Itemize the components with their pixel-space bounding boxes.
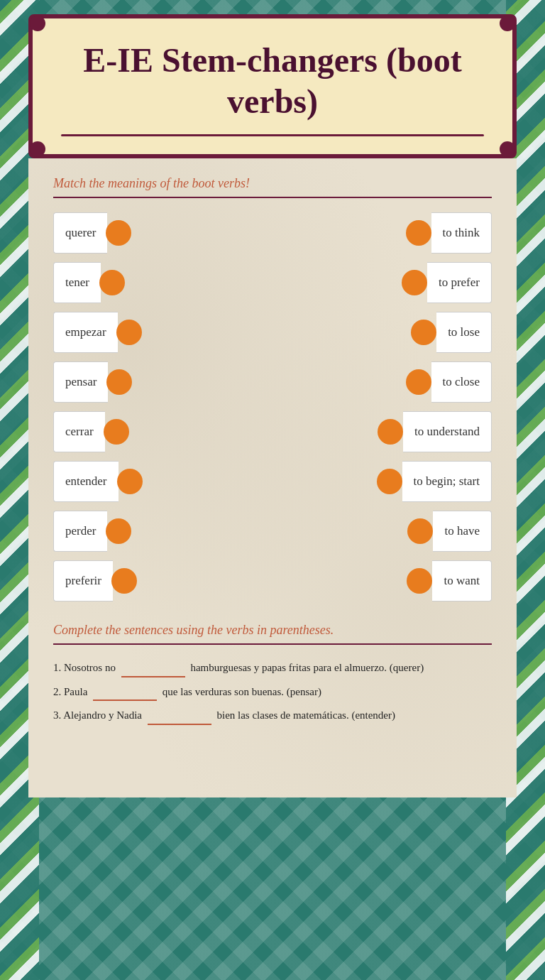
right-col-8: to want bbox=[407, 560, 492, 601]
left-col-2: tener bbox=[53, 262, 123, 303]
match-box-to-want[interactable]: to want bbox=[432, 560, 492, 601]
section1-header: Match the meanings of the boot verbs! bbox=[53, 176, 492, 198]
english-label-to-think: to think bbox=[443, 226, 480, 240]
english-label-to-close: to close bbox=[443, 375, 480, 389]
dot-left-5[interactable] bbox=[104, 419, 129, 445]
match-box-to-lose[interactable]: to lose bbox=[436, 312, 492, 353]
spanish-label-cerrar: cerrar bbox=[65, 425, 94, 439]
match-row-4: pensar to close bbox=[53, 361, 492, 403]
blank-3[interactable] bbox=[148, 712, 211, 725]
corner-decoration-bl bbox=[30, 141, 45, 157]
title-underline bbox=[61, 134, 484, 136]
dot-right-4[interactable] bbox=[406, 369, 431, 395]
right-col-3: to lose bbox=[411, 312, 492, 353]
section1-title: Match the meanings of the boot verbs! bbox=[53, 176, 492, 191]
match-box-to-begin[interactable]: to begin; start bbox=[402, 461, 492, 502]
match-box-cerrar[interactable]: cerrar bbox=[53, 411, 105, 452]
left-col-6: entender bbox=[53, 461, 141, 502]
match-box-to-prefer[interactable]: to prefer bbox=[427, 262, 492, 303]
left-col-3: empezar bbox=[53, 312, 141, 353]
dot-left-8[interactable] bbox=[111, 568, 137, 594]
left-col-1: querer bbox=[53, 212, 130, 254]
blank-1[interactable] bbox=[121, 665, 185, 677]
english-label-to-have: to have bbox=[444, 524, 480, 538]
right-col-7: to have bbox=[407, 511, 492, 552]
right-col-1: to think bbox=[406, 212, 492, 254]
english-label-to-begin: to begin; start bbox=[414, 474, 480, 489]
dot-right-6[interactable] bbox=[377, 469, 402, 494]
match-row-1: querer to think bbox=[53, 212, 492, 254]
left-col-8: preferir bbox=[53, 560, 136, 601]
match-box-empezar[interactable]: empezar bbox=[53, 312, 118, 353]
title-card: E-IE Stem-changers (boot verbs) bbox=[28, 14, 517, 158]
right-col-4: to close bbox=[406, 361, 492, 403]
match-box-to-close[interactable]: to close bbox=[431, 361, 492, 403]
english-label-to-want: to want bbox=[444, 574, 480, 588]
page-title: E-IE Stem-changers (boot verbs) bbox=[61, 40, 484, 121]
match-box-to-understand[interactable]: to understand bbox=[403, 411, 492, 452]
left-col-7: perder bbox=[53, 511, 130, 552]
spanish-label-querer: querer bbox=[65, 226, 96, 240]
sentence-3: 3. Alejandro y Nadia bien las clases de … bbox=[53, 707, 492, 725]
match-row-3: empezar to lose bbox=[53, 312, 492, 353]
match-box-perder[interactable]: perder bbox=[53, 511, 107, 552]
match-row-8: preferir to want bbox=[53, 560, 492, 601]
right-col-6: to begin; start bbox=[377, 461, 492, 502]
corner-decoration-br bbox=[500, 141, 515, 157]
section2-title: Complete the sentences using the verbs i… bbox=[53, 623, 492, 638]
match-box-tener[interactable]: tener bbox=[53, 262, 101, 303]
sentence-2: 2. Paula que las verduras son buenas. (p… bbox=[53, 683, 492, 702]
section2-divider bbox=[53, 643, 492, 645]
match-box-preferir[interactable]: preferir bbox=[53, 560, 113, 601]
match-row-5: cerrar to understand bbox=[53, 411, 492, 452]
match-box-pensar[interactable]: pensar bbox=[53, 361, 108, 403]
spanish-label-tener: tener bbox=[65, 276, 89, 290]
dot-right-5[interactable] bbox=[378, 419, 403, 445]
sentence-1: 1. Nosotros no hamburguesas y papas frit… bbox=[53, 659, 492, 677]
left-col-5: cerrar bbox=[53, 411, 128, 452]
dot-left-2[interactable] bbox=[99, 270, 125, 295]
corner-decoration-tr bbox=[500, 16, 515, 31]
english-label-to-understand: to understand bbox=[414, 425, 480, 439]
right-col-5: to understand bbox=[378, 411, 492, 452]
match-row-6: entender to begin; start bbox=[53, 461, 492, 502]
dot-left-1[interactable] bbox=[106, 220, 131, 246]
match-box-entender[interactable]: entender bbox=[53, 461, 119, 502]
english-label-to-lose: to lose bbox=[448, 325, 480, 339]
blank-2[interactable] bbox=[93, 688, 157, 701]
left-col-4: pensar bbox=[53, 361, 131, 403]
match-row-7: perder to have bbox=[53, 511, 492, 552]
right-col-2: to prefer bbox=[402, 262, 492, 303]
match-box-to-have[interactable]: to have bbox=[433, 511, 492, 552]
dot-right-8[interactable] bbox=[407, 568, 432, 594]
spanish-label-empezar: empezar bbox=[65, 325, 106, 339]
dot-left-6[interactable] bbox=[117, 469, 143, 494]
spanish-label-pensar: pensar bbox=[65, 375, 97, 389]
dot-left-4[interactable] bbox=[106, 369, 132, 395]
dot-right-2[interactable] bbox=[402, 270, 427, 295]
dot-right-1[interactable] bbox=[406, 220, 431, 246]
match-box-querer[interactable]: querer bbox=[53, 212, 107, 254]
corner-decoration-tl bbox=[30, 16, 45, 31]
match-row-2: tener to prefer bbox=[53, 262, 492, 303]
matching-grid: querer to think tener bbox=[53, 212, 492, 601]
spanish-label-entender: entender bbox=[65, 474, 107, 489]
section1-divider bbox=[53, 197, 492, 198]
main-content-area: Match the meanings of the boot verbs! qu… bbox=[28, 158, 517, 797]
match-box-to-think[interactable]: to think bbox=[431, 212, 492, 254]
spanish-label-preferir: preferir bbox=[65, 574, 101, 588]
dot-right-3[interactable] bbox=[411, 320, 436, 345]
spanish-label-perder: perder bbox=[65, 524, 96, 538]
english-label-to-prefer: to prefer bbox=[439, 276, 480, 290]
dot-left-3[interactable] bbox=[116, 320, 142, 345]
section2-container: Complete the sentences using the verbs i… bbox=[53, 623, 492, 725]
dot-right-7[interactable] bbox=[407, 518, 433, 544]
dot-left-7[interactable] bbox=[106, 518, 131, 544]
